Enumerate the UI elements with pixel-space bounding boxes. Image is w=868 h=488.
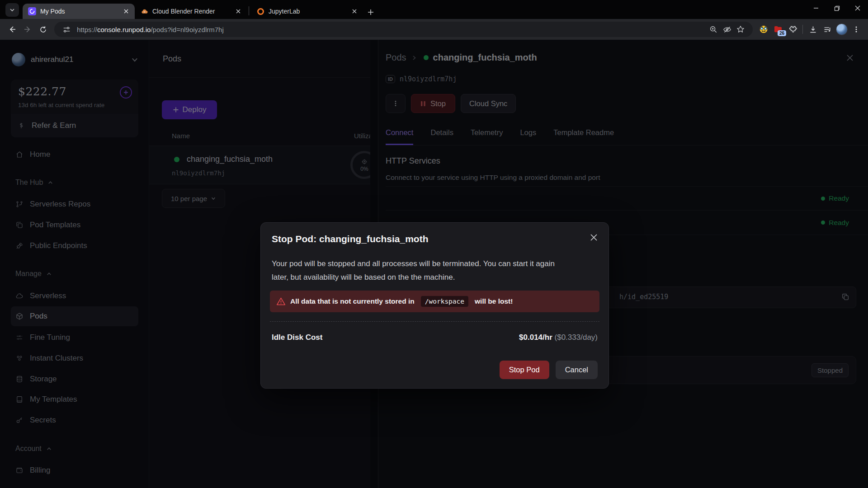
idle-disk-cost-label: Idle Disk Cost	[272, 333, 322, 342]
browser-menu-icon[interactable]	[849, 22, 863, 37]
modal-buttons: Stop Pod Cancel	[500, 361, 598, 379]
reload-button[interactable]	[35, 22, 51, 37]
runpod-console-page: ahirerahul21 $222.77 13d 6h left at curr…	[0, 40, 868, 488]
zoom-icon[interactable]	[707, 23, 720, 36]
downloads-icon[interactable]	[806, 22, 820, 37]
warning-banner: All data that is not currently stored in…	[270, 291, 599, 312]
tab-cloud-blender-render[interactable]: Cloud Blender Render	[135, 4, 247, 19]
stop-pod-confirm-button[interactable]: Stop Pod	[500, 361, 549, 379]
media-playlist-icon[interactable]	[820, 22, 835, 37]
modal-title: Stop Pod: changing_fuchsia_moth	[272, 234, 429, 244]
tab-jupyterlab[interactable]: JupyterLab	[251, 4, 363, 19]
tab-my-pods[interactable]: My Pods	[23, 4, 135, 19]
window-restore-button[interactable]	[826, 0, 847, 16]
tab-title: My Pods	[40, 8, 118, 15]
browser-toolbar: https://console.runpod.io/pods?id=nl9oiy…	[0, 19, 868, 40]
idle-disk-cost-row: Idle Disk Cost $0.014/hr ($0.333/day)	[272, 333, 598, 342]
url-host: console.runpod.io	[97, 26, 151, 33]
bookmark-star-icon[interactable]	[734, 23, 747, 36]
tab-title: JupyterLab	[269, 8, 346, 15]
address-bar[interactable]: https://console.runpod.io/pods?id=nl9oiy…	[54, 22, 753, 37]
url-scheme: https://	[77, 26, 97, 33]
stop-pod-modal: Stop Pod: changing_fuchsia_moth Your pod…	[260, 222, 609, 389]
profile-avatar[interactable]	[835, 22, 849, 37]
window-close-button[interactable]	[847, 0, 868, 16]
eye-off-icon[interactable]	[720, 23, 734, 36]
warning-suffix: will be lost!	[475, 297, 513, 305]
runpod-favicon	[28, 7, 36, 15]
window-minimize-button[interactable]	[806, 0, 826, 16]
back-button[interactable]	[5, 22, 20, 37]
extensions-puzzle-icon[interactable]	[785, 22, 800, 37]
tab-search-button[interactable]	[5, 3, 19, 17]
spy-extension-icon[interactable]: 🥸	[756, 22, 771, 37]
url-text: https://console.runpod.io/pods?id=nl9oiy…	[77, 26, 224, 33]
workspace-code: /workspace	[421, 296, 468, 307]
folder-extension-icon[interactable]: 26	[771, 22, 785, 37]
tab-close-icon[interactable]	[122, 7, 130, 15]
cancel-button[interactable]: Cancel	[556, 361, 598, 379]
modal-close-icon[interactable]	[590, 234, 598, 241]
chevron-down-icon	[9, 7, 15, 13]
url-path: /pods?id=nl9oiyzdlrm7hj	[151, 26, 223, 33]
toolbar-separator	[802, 25, 803, 34]
tab-close-icon[interactable]	[234, 7, 242, 15]
browser-window: My Pods Cloud Blender Render JupyterLab	[0, 0, 868, 488]
divider	[270, 321, 599, 322]
warning-prefix: All data that is not currently stored in	[290, 297, 415, 305]
tab-close-icon[interactable]	[350, 7, 359, 15]
tab-separator	[249, 6, 249, 15]
forward-button[interactable]	[20, 22, 35, 37]
modal-body-text: Your pod will be stopped and all process…	[272, 257, 565, 284]
idle-cost-daily: ($0.333/day)	[555, 333, 598, 342]
idle-cost-hourly: $0.014/hr	[519, 333, 552, 342]
blender-cloud-favicon	[140, 7, 148, 15]
warning-triangle-icon	[276, 297, 286, 306]
jupyterlab-favicon	[256, 7, 264, 15]
tab-strip: My Pods Cloud Blender Render JupyterLab	[0, 0, 868, 19]
site-settings-icon[interactable]	[60, 23, 73, 36]
tab-title: Cloud Blender Render	[152, 8, 230, 15]
new-tab-button[interactable]	[368, 9, 374, 15]
window-controls	[806, 0, 868, 16]
